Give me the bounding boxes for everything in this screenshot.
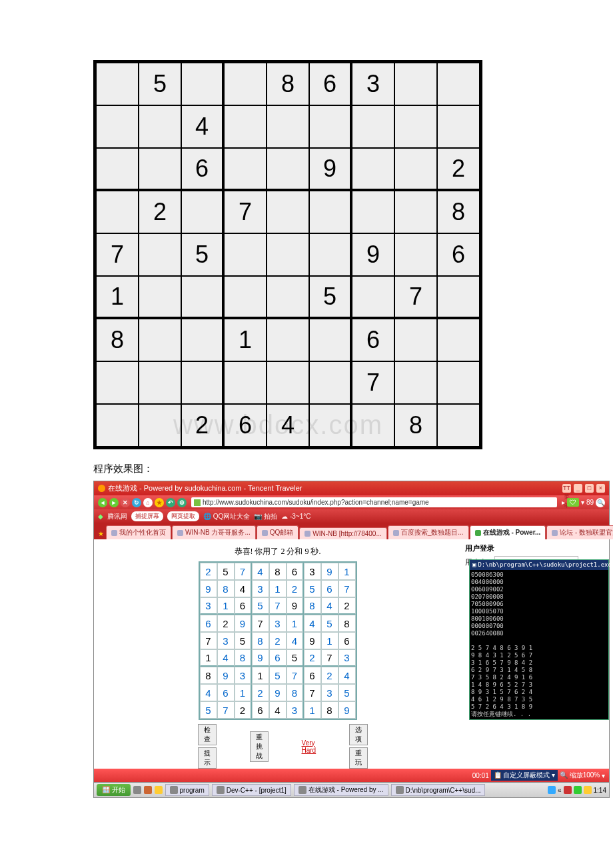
- solved-cell: 3: [252, 580, 269, 597]
- solved-cell: 5: [304, 580, 321, 597]
- puzzle-cell: 9: [309, 148, 352, 191]
- puzzle-cell: [437, 404, 480, 447]
- taskbar-item[interactable]: 在线游戏 - Powered by ...: [294, 784, 388, 796]
- status-bar: 00:01 📋 自定义屏蔽模式 ▾ 🔍 缩放100% ▾: [94, 769, 609, 782]
- puzzle-cell: [352, 105, 394, 148]
- solved-cell: 7: [338, 580, 356, 597]
- puzzle-cell: [181, 276, 224, 319]
- solved-cell: 7: [287, 667, 304, 684]
- puzzle-cell: [394, 233, 437, 276]
- browser-tab[interactable]: 我的个性化首页: [106, 525, 171, 539]
- favorite-icon[interactable]: ★: [155, 498, 164, 507]
- puzzle-cell: 5: [139, 63, 181, 105]
- puzzle-cell: 6: [181, 148, 224, 191]
- zoom-status[interactable]: 🔍 缩放100%: [560, 771, 600, 780]
- solved-cell: 1: [321, 632, 338, 649]
- taskbar-item[interactable]: D:\nb\program\C++\sud...: [391, 784, 486, 796]
- solved-cell: 3: [217, 632, 235, 649]
- console-window: ▣D:\nb\program\C++\sudoku\project1.exe 0…: [469, 559, 609, 720]
- puzzle-cell: [224, 148, 267, 191]
- check-button[interactable]: 检查: [198, 724, 217, 745]
- browser-tab[interactable]: WIN-NB 力哥哥服务...: [172, 525, 256, 539]
- go-icon[interactable]: ▸: [562, 499, 565, 506]
- back-icon[interactable]: ◄: [98, 498, 107, 507]
- address-bar[interactable]: http://www.sudokuchina.com/sudoku/index.…: [191, 497, 557, 507]
- solved-cell: 6: [252, 701, 269, 719]
- puzzle-cell: [224, 276, 267, 319]
- puzzle-cell: 7: [96, 233, 139, 276]
- forward-icon[interactable]: ►: [109, 498, 119, 507]
- solved-cell: 8: [321, 701, 338, 719]
- solved-cell: 3: [269, 615, 287, 632]
- start-button[interactable]: 🪟 开始: [97, 784, 131, 796]
- puzzle-cell: [96, 63, 139, 105]
- ql-icon[interactable]: [155, 786, 163, 794]
- tray-icon[interactable]: [564, 786, 572, 794]
- options-button[interactable]: 选项: [349, 724, 368, 745]
- menu-button[interactable]: TT 菜单: [562, 484, 571, 493]
- star-icon[interactable]: ★: [96, 528, 106, 539]
- browser-tab[interactable]: 论坛 - 数独联盟官方...: [546, 525, 613, 539]
- solved-cell: 8: [338, 615, 356, 632]
- history-icon[interactable]: ↶: [166, 498, 175, 507]
- solved-cell: 8: [217, 580, 235, 597]
- search-icon[interactable]: 🔍: [596, 498, 605, 507]
- hint-button[interactable]: 提示: [198, 747, 217, 769]
- puzzle-cell: 6: [309, 63, 352, 105]
- maximize-icon[interactable]: □: [585, 484, 594, 493]
- solved-cell: 7: [217, 701, 235, 719]
- solved-cell: 2: [217, 615, 235, 632]
- caption: 程序效果图：: [93, 463, 520, 475]
- solved-cell: 6: [200, 615, 217, 632]
- titlebar: 在线游戏 - Powered by sudokuchina.com - Tenc…: [94, 481, 609, 495]
- browser-tab[interactable]: 在线游戏 - Power...: [470, 525, 546, 539]
- solved-cell: 3: [321, 684, 338, 701]
- minimize-icon[interactable]: _: [574, 484, 582, 493]
- repick-button[interactable]: 重挑战: [250, 731, 269, 762]
- congrats-text: 恭喜! 你用了 2 分和 9 秒.: [235, 546, 321, 557]
- ql-icon[interactable]: [133, 786, 141, 794]
- solved-cell: 2: [338, 597, 356, 615]
- tool-icon[interactable]: ⚙: [177, 498, 187, 507]
- solved-cell: 1: [217, 597, 235, 615]
- solved-cell: 3: [338, 649, 356, 667]
- puzzle-cell: [352, 276, 394, 319]
- solved-cell: 8: [235, 649, 252, 667]
- refresh-icon[interactable]: ↻: [132, 498, 141, 507]
- solved-cell: 5: [269, 667, 287, 684]
- solved-cell: 2: [321, 667, 338, 684]
- taskbar: 🪟 开始 programDev-C++ - [project1]在线游戏 - P…: [94, 782, 609, 797]
- extract-button[interactable]: 网页提取: [167, 511, 199, 521]
- taskbar-item[interactable]: Dev-C++ - [project1]: [212, 784, 291, 796]
- taskbar-item[interactable]: program: [165, 784, 209, 796]
- puzzle-cell: 7: [224, 191, 267, 233]
- ql-icon[interactable]: [144, 786, 152, 794]
- solved-cell: 1: [252, 667, 269, 684]
- puzzle-cell: 4: [181, 105, 224, 148]
- tray-icon[interactable]: [548, 786, 556, 794]
- solved-cell: 8: [287, 684, 304, 701]
- reset-button[interactable]: 重玩: [349, 747, 368, 769]
- close-icon[interactable]: ×: [596, 484, 605, 493]
- solved-cell: 5: [287, 649, 304, 667]
- puzzle-cell: [394, 63, 437, 105]
- browser-tab[interactable]: QQ邮箱: [257, 525, 299, 539]
- zoom-value: 89: [586, 499, 594, 506]
- solved-cell: 6: [269, 649, 287, 667]
- browser-tab[interactable]: 百度搜索_数独题目...: [388, 525, 469, 539]
- puzzle-cell: [267, 319, 309, 361]
- tray-icon[interactable]: [574, 786, 582, 794]
- home-icon[interactable]: ⌂: [143, 498, 153, 507]
- solved-cell: 2: [252, 684, 269, 701]
- tray-icon[interactable]: [584, 786, 592, 794]
- puzzle-cell: [181, 63, 224, 105]
- stop-icon[interactable]: ✕: [121, 498, 130, 507]
- puzzle-cell: 2: [437, 148, 480, 191]
- browser-tab[interactable]: WIN-NB [http://78400...: [299, 527, 386, 539]
- capture-button[interactable]: 捕捉屏幕: [131, 511, 163, 521]
- puzzle-cell: [437, 105, 480, 148]
- puzzle-cell: 8: [394, 404, 437, 447]
- puzzle-cell: [394, 361, 437, 404]
- solved-cell: 9: [252, 649, 269, 667]
- puzzle-cell: [309, 233, 352, 276]
